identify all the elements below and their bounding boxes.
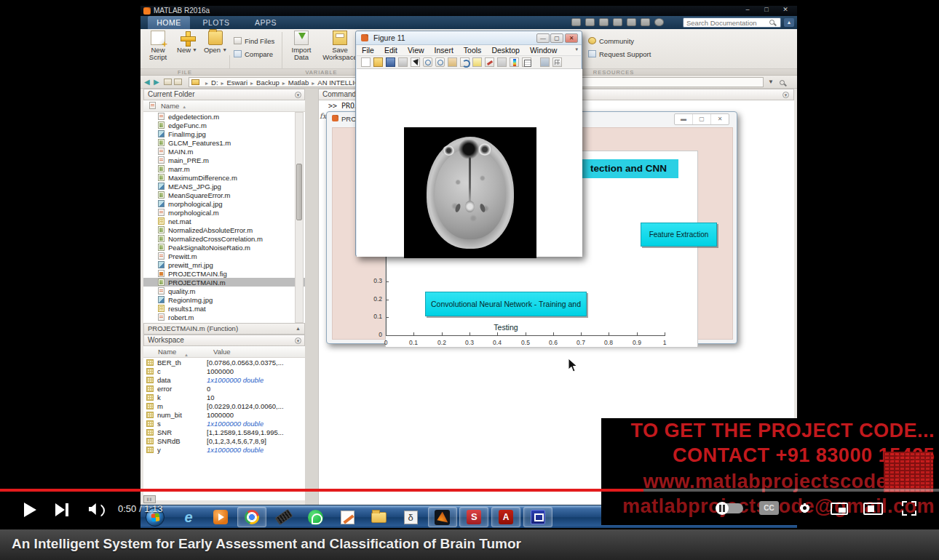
open-button[interactable]: Open▼ — [203, 31, 228, 54]
next-button[interactable] — [55, 503, 71, 516]
breadcrumb-segment[interactable]: Backup — [256, 79, 280, 87]
menu-file[interactable]: File — [357, 45, 379, 55]
minimize-button[interactable]: – — [742, 6, 753, 13]
play-button[interactable] — [24, 503, 36, 517]
minimize-ribbon-button[interactable]: ▲ — [784, 18, 794, 27]
dock-icon[interactable] — [540, 57, 550, 67]
quick-paste-icon[interactable] — [613, 18, 622, 26]
save-workspace-button[interactable]: Save Workspace — [320, 31, 360, 61]
workspace-variable-row[interactable]: SNR[1,1.2589,1.5849,1.995... — [143, 428, 305, 436]
files-column-header[interactable]: Name▲ — [143, 100, 305, 112]
new-button[interactable]: New▼ — [175, 31, 199, 54]
quick-copy-icon[interactable] — [599, 18, 609, 26]
back-icon[interactable]: ◀ — [144, 78, 150, 86]
cnn-training-button[interactable]: Convolutional Neural Network - Training … — [425, 292, 587, 316]
file-item[interactable]: NormalizedAbsoluteError.m — [143, 225, 305, 234]
address-search-icon[interactable] — [780, 80, 785, 85]
zoom-in-icon[interactable] — [423, 57, 432, 67]
workspace-variable-row[interactable]: c1000000 — [143, 367, 305, 375]
file-item[interactable]: prewitt_mri.jpg — [143, 260, 305, 269]
maximize-button[interactable]: ▢ — [550, 33, 563, 43]
file-item[interactable]: FinalImg.jpg — [143, 129, 305, 138]
grid-view-icon[interactable] — [552, 57, 562, 67]
breadcrumb-segment[interactable]: Eswari — [227, 79, 248, 87]
quick-undo-icon[interactable] — [627, 18, 636, 26]
help-icon[interactable] — [654, 18, 664, 26]
panel-menu-icon[interactable]: ▼ — [782, 92, 789, 98]
quick-redo-icon[interactable] — [641, 18, 650, 26]
fullscreen-button[interactable] — [902, 501, 916, 516]
maximize-button[interactable]: ▢ — [693, 114, 711, 124]
open-folder-icon[interactable] — [373, 57, 383, 67]
request-support-button[interactable]: Request Support — [588, 49, 651, 60]
panel-menu-icon[interactable]: ▼ — [295, 92, 301, 98]
browse-folder-icon[interactable] — [174, 79, 182, 85]
file-item[interactable]: MAIN.m — [143, 147, 305, 156]
file-item[interactable]: PROJECTMAIN.fig — [143, 269, 305, 278]
workspace-variable-row[interactable]: num_bit1000000 — [143, 410, 305, 419]
file-item[interactable]: quality.m — [143, 287, 305, 295]
menu-view[interactable]: View — [403, 45, 429, 55]
breadcrumb-segment[interactable]: Matlab — [288, 79, 309, 87]
find-files-button[interactable]: Find Files — [234, 36, 274, 47]
file-item[interactable]: results1.mat — [143, 304, 305, 313]
file-item[interactable]: GLCM_Features1.m — [143, 138, 305, 147]
workspace-column-header[interactable]: Name ▲ Value — [143, 346, 305, 358]
miniplayer-button[interactable] — [831, 503, 848, 515]
file-item[interactable]: RegionImg.jpg — [143, 295, 305, 304]
file-item[interactable]: MEANS_JPG.jpg — [143, 182, 305, 191]
breadcrumb-segment[interactable]: D: — [211, 79, 218, 87]
tab-home[interactable]: HOME — [148, 16, 190, 29]
zoom-out-icon[interactable] — [435, 57, 445, 67]
captions-button[interactable]: CC — [759, 501, 779, 515]
close-button[interactable]: ✕ — [565, 33, 578, 43]
menu-desktop[interactable]: Desktop — [486, 45, 525, 55]
maximize-button[interactable]: □ — [761, 6, 772, 13]
new-script-button[interactable]: New Script — [143, 31, 173, 61]
address-dropdown-icon[interactable]: ▼ — [768, 79, 774, 85]
settings-gear-icon[interactable] — [798, 501, 812, 515]
insert-legend-icon[interactable] — [522, 57, 531, 67]
pointer-icon[interactable] — [411, 57, 420, 67]
workspace-variable-row[interactable]: m[0.0229,0.0124,0.0060,... — [143, 401, 305, 410]
minimize-button[interactable]: — — [536, 33, 550, 43]
volume-icon[interactable] — [89, 503, 105, 516]
autoplay-toggle[interactable] — [717, 503, 743, 513]
tab-apps[interactable]: APPS — [245, 16, 286, 29]
save-icon[interactable] — [386, 57, 395, 67]
workspace-variable-row[interactable]: BER_th[0.0786,0.0563,0.0375,... — [143, 358, 305, 367]
file-item[interactable]: PROJECTMAIN.m — [143, 278, 305, 287]
print-icon[interactable] — [398, 57, 408, 67]
forward-icon[interactable]: ▶ — [154, 78, 159, 86]
quick-save-icon[interactable] — [571, 18, 581, 26]
menu-window[interactable]: Window — [525, 45, 562, 55]
menu-insert[interactable]: Insert — [429, 45, 459, 55]
file-item[interactable]: NormalizedCrossCorrelation.m — [143, 234, 305, 243]
file-item[interactable]: marr.m — [143, 164, 305, 173]
community-button[interactable]: Community — [588, 36, 634, 47]
file-item[interactable]: morphological.jpg — [143, 199, 305, 208]
collapse-icon[interactable]: ▲ — [295, 326, 301, 332]
file-item[interactable]: robert.m — [143, 313, 305, 321]
progress-bar[interactable] — [0, 489, 939, 492]
file-item[interactable]: MaximumDifference.m — [143, 173, 305, 182]
file-item[interactable]: MeanSquareError.m — [143, 191, 305, 199]
workspace-variable-row[interactable]: data1x1000000 double — [143, 375, 305, 384]
menu-edit[interactable]: Edit — [379, 45, 403, 55]
file-list-scrollbar[interactable] — [295, 112, 304, 323]
data-cursor-icon[interactable] — [472, 57, 482, 67]
figure-titlebar[interactable]: Figure 11 — ▢ ✕ — [356, 31, 582, 45]
minimize-button[interactable]: ▬ — [675, 114, 693, 124]
workspace-variable-row[interactable]: y1x1000000 double — [143, 445, 305, 454]
insert-colorbar-icon[interactable] — [510, 57, 519, 67]
panel-menu-icon[interactable]: ▼ — [295, 337, 301, 344]
rotate-3d-icon[interactable] — [460, 57, 470, 67]
file-item[interactable]: PeakSignaltoNoiseRatio.m — [143, 243, 305, 252]
workspace-header[interactable]: Workspace ▼ — [143, 335, 305, 346]
tab-plots[interactable]: PLOTS — [193, 16, 239, 29]
quick-cut-icon[interactable] — [585, 18, 595, 26]
close-button[interactable]: ✕ — [711, 114, 729, 124]
theater-mode-button[interactable] — [863, 503, 883, 515]
file-item[interactable]: net.mat — [143, 217, 305, 225]
file-item[interactable]: main_PRE.m — [143, 156, 305, 164]
